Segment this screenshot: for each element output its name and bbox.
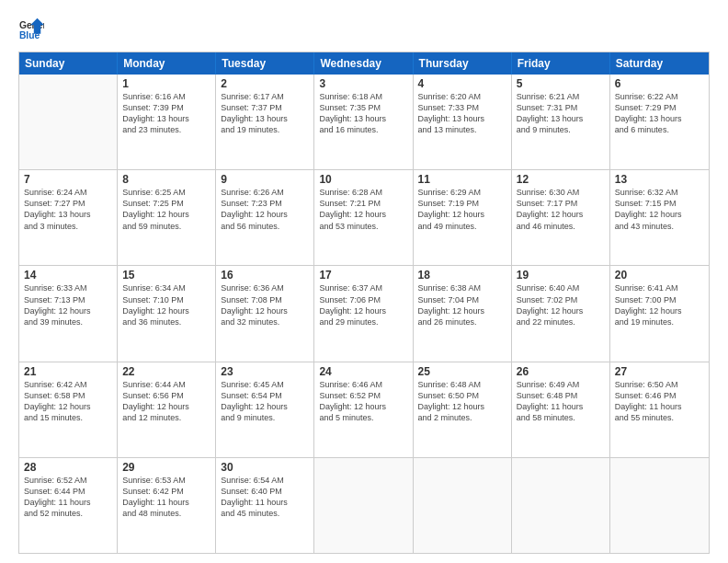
cal-cell: 28Sunrise: 6:52 AM Sunset: 6:44 PM Dayli… — [19, 458, 118, 553]
day-number: 15 — [122, 269, 210, 282]
calendar-row-3: 14Sunrise: 6:33 AM Sunset: 7:13 PM Dayli… — [19, 265, 709, 361]
cal-cell: 10Sunrise: 6:28 AM Sunset: 7:21 PM Dayli… — [314, 170, 413, 265]
cal-cell: 8Sunrise: 6:25 AM Sunset: 7:25 PM Daylig… — [118, 170, 216, 265]
cal-cell: 16Sunrise: 6:36 AM Sunset: 7:08 PM Dayli… — [216, 266, 314, 361]
day-number: 3 — [319, 77, 407, 90]
calendar-row-4: 21Sunrise: 6:42 AM Sunset: 6:58 PM Dayli… — [19, 362, 709, 457]
cal-cell: 9Sunrise: 6:26 AM Sunset: 7:23 PM Daylig… — [216, 170, 314, 265]
cell-info: Sunrise: 6:45 AM Sunset: 6:54 PM Dayligh… — [221, 379, 309, 424]
day-number: 11 — [418, 173, 506, 186]
cell-info: Sunrise: 6:34 AM Sunset: 7:10 PM Dayligh… — [122, 282, 210, 327]
logo-icon: General Blue — [18, 17, 44, 42]
cal-cell: 26Sunrise: 6:49 AM Sunset: 6:48 PM Dayli… — [512, 362, 610, 457]
cal-cell: 25Sunrise: 6:48 AM Sunset: 6:50 PM Dayli… — [414, 362, 512, 457]
header-day-monday: Monday — [118, 52, 216, 75]
calendar-body: 1Sunrise: 6:16 AM Sunset: 7:39 PM Daylig… — [19, 75, 709, 553]
cal-cell: 22Sunrise: 6:44 AM Sunset: 6:56 PM Dayli… — [118, 362, 216, 457]
cal-cell: 12Sunrise: 6:30 AM Sunset: 7:17 PM Dayli… — [512, 170, 610, 265]
cal-cell — [610, 458, 709, 553]
header-day-sunday: Sunday — [19, 52, 118, 75]
cal-cell: 11Sunrise: 6:29 AM Sunset: 7:19 PM Dayli… — [414, 170, 512, 265]
day-number: 24 — [319, 365, 407, 378]
day-number: 26 — [517, 365, 605, 378]
day-number: 28 — [24, 461, 112, 474]
header-day-wednesday: Wednesday — [314, 52, 413, 75]
day-number: 22 — [122, 365, 210, 378]
day-number: 2 — [221, 77, 309, 90]
day-number: 25 — [418, 365, 506, 378]
cell-info: Sunrise: 6:28 AM Sunset: 7:21 PM Dayligh… — [319, 187, 407, 232]
cell-info: Sunrise: 6:21 AM Sunset: 7:31 PM Dayligh… — [517, 91, 605, 136]
cal-cell: 30Sunrise: 6:54 AM Sunset: 6:40 PM Dayli… — [216, 458, 314, 553]
cell-info: Sunrise: 6:33 AM Sunset: 7:13 PM Dayligh… — [24, 282, 112, 327]
day-number: 29 — [122, 461, 210, 474]
cell-info: Sunrise: 6:20 AM Sunset: 7:33 PM Dayligh… — [418, 91, 506, 136]
header-day-thursday: Thursday — [414, 52, 512, 75]
cell-info: Sunrise: 6:54 AM Sunset: 6:40 PM Dayligh… — [221, 475, 309, 520]
logo: General Blue — [18, 17, 44, 42]
cell-info: Sunrise: 6:38 AM Sunset: 7:04 PM Dayligh… — [418, 282, 506, 327]
day-number: 19 — [517, 269, 605, 282]
cal-cell — [19, 75, 118, 169]
cell-info: Sunrise: 6:32 AM Sunset: 7:15 PM Dayligh… — [615, 187, 704, 232]
cal-cell: 7Sunrise: 6:24 AM Sunset: 7:27 PM Daylig… — [19, 170, 118, 265]
cell-info: Sunrise: 6:42 AM Sunset: 6:58 PM Dayligh… — [24, 379, 112, 424]
cal-cell: 21Sunrise: 6:42 AM Sunset: 6:58 PM Dayli… — [19, 362, 118, 457]
header-day-saturday: Saturday — [610, 52, 709, 75]
cell-info: Sunrise: 6:53 AM Sunset: 6:42 PM Dayligh… — [122, 475, 210, 520]
day-number: 21 — [24, 365, 112, 378]
cal-cell: 17Sunrise: 6:37 AM Sunset: 7:06 PM Dayli… — [314, 266, 413, 361]
day-number: 10 — [319, 173, 407, 186]
cell-info: Sunrise: 6:26 AM Sunset: 7:23 PM Dayligh… — [221, 187, 309, 232]
cal-cell: 18Sunrise: 6:38 AM Sunset: 7:04 PM Dayli… — [414, 266, 512, 361]
day-number: 18 — [418, 269, 506, 282]
header-day-friday: Friday — [512, 52, 610, 75]
cal-cell — [512, 458, 610, 553]
cal-cell: 13Sunrise: 6:32 AM Sunset: 7:15 PM Dayli… — [610, 170, 709, 265]
cell-info: Sunrise: 6:25 AM Sunset: 7:25 PM Dayligh… — [122, 187, 210, 232]
cell-info: Sunrise: 6:24 AM Sunset: 7:27 PM Dayligh… — [24, 187, 112, 232]
day-number: 5 — [517, 77, 605, 90]
cal-cell: 24Sunrise: 6:46 AM Sunset: 6:52 PM Dayli… — [314, 362, 413, 457]
header: General Blue — [18, 17, 710, 42]
calendar-row-5: 28Sunrise: 6:52 AM Sunset: 6:44 PM Dayli… — [19, 457, 709, 553]
day-number: 1 — [122, 77, 210, 90]
cell-info: Sunrise: 6:37 AM Sunset: 7:06 PM Dayligh… — [319, 282, 407, 327]
cal-cell — [414, 458, 512, 553]
cell-info: Sunrise: 6:40 AM Sunset: 7:02 PM Dayligh… — [517, 282, 605, 327]
cell-info: Sunrise: 6:49 AM Sunset: 6:48 PM Dayligh… — [517, 379, 605, 424]
cell-info: Sunrise: 6:29 AM Sunset: 7:19 PM Dayligh… — [418, 187, 506, 232]
cell-info: Sunrise: 6:22 AM Sunset: 7:29 PM Dayligh… — [615, 91, 704, 136]
cal-cell: 19Sunrise: 6:40 AM Sunset: 7:02 PM Dayli… — [512, 266, 610, 361]
cell-info: Sunrise: 6:52 AM Sunset: 6:44 PM Dayligh… — [24, 475, 112, 520]
day-number: 27 — [615, 365, 704, 378]
cell-info: Sunrise: 6:50 AM Sunset: 6:46 PM Dayligh… — [615, 379, 704, 424]
cell-info: Sunrise: 6:30 AM Sunset: 7:17 PM Dayligh… — [517, 187, 605, 232]
cal-cell: 27Sunrise: 6:50 AM Sunset: 6:46 PM Dayli… — [610, 362, 709, 457]
cell-info: Sunrise: 6:44 AM Sunset: 6:56 PM Dayligh… — [122, 379, 210, 424]
cal-cell: 1Sunrise: 6:16 AM Sunset: 7:39 PM Daylig… — [118, 75, 216, 169]
cal-cell: 3Sunrise: 6:18 AM Sunset: 7:35 PM Daylig… — [314, 75, 413, 169]
day-number: 9 — [221, 173, 309, 186]
cal-cell: 23Sunrise: 6:45 AM Sunset: 6:54 PM Dayli… — [216, 362, 314, 457]
cal-cell: 14Sunrise: 6:33 AM Sunset: 7:13 PM Dayli… — [19, 266, 118, 361]
day-number: 30 — [221, 461, 309, 474]
calendar-row-2: 7Sunrise: 6:24 AM Sunset: 7:27 PM Daylig… — [19, 169, 709, 265]
cell-info: Sunrise: 6:48 AM Sunset: 6:50 PM Dayligh… — [418, 379, 506, 424]
day-number: 17 — [319, 269, 407, 282]
day-number: 4 — [418, 77, 506, 90]
day-number: 14 — [24, 269, 112, 282]
cal-cell: 4Sunrise: 6:20 AM Sunset: 7:33 PM Daylig… — [414, 75, 512, 169]
day-number: 6 — [615, 77, 704, 90]
calendar: SundayMondayTuesdayWednesdayThursdayFrid… — [18, 52, 710, 554]
day-number: 7 — [24, 173, 112, 186]
day-number: 20 — [615, 269, 704, 282]
cell-info: Sunrise: 6:46 AM Sunset: 6:52 PM Dayligh… — [319, 379, 407, 424]
day-number: 13 — [615, 173, 704, 186]
day-number: 23 — [221, 365, 309, 378]
cell-info: Sunrise: 6:41 AM Sunset: 7:00 PM Dayligh… — [615, 282, 704, 327]
cell-info: Sunrise: 6:18 AM Sunset: 7:35 PM Dayligh… — [319, 91, 407, 136]
cal-cell: 6Sunrise: 6:22 AM Sunset: 7:29 PM Daylig… — [610, 75, 709, 169]
cal-cell: 5Sunrise: 6:21 AM Sunset: 7:31 PM Daylig… — [512, 75, 610, 169]
cell-info: Sunrise: 6:16 AM Sunset: 7:39 PM Dayligh… — [122, 91, 210, 136]
